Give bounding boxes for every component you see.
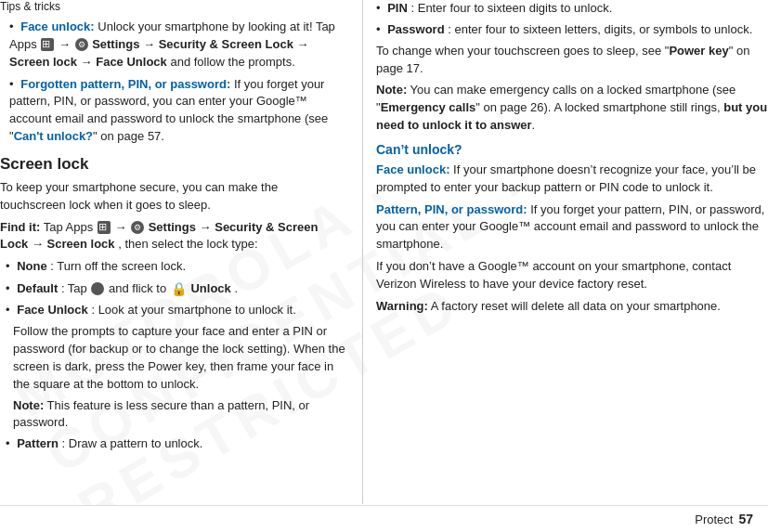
unlock-label: Unlock: [190, 281, 230, 295]
tap-icon: [91, 282, 104, 295]
face-unlock-note: Note: This feature is less secure than a…: [13, 397, 345, 433]
warning-block: Warning: A factory reset will delete all…: [376, 298, 768, 316]
warning-text: A factory reset will delete all data on …: [431, 299, 721, 313]
emergency-calls-link: Emergency calls: [381, 100, 476, 114]
face-unlock-label: Face unlock:: [20, 19, 94, 33]
power-key-link: Power key: [669, 44, 728, 58]
note-period: .: [532, 118, 536, 132]
note-block-right: Note: You can make emergency calls on a …: [376, 82, 768, 135]
apps-icon: [41, 38, 54, 51]
default-text1: : Tap: [61, 281, 91, 295]
no-google-text: If you don’t have a Google™ account on y…: [376, 258, 768, 293]
default-label: Default: [17, 281, 58, 295]
tips-tricks-label: Tips & tricks: [0, 0, 60, 13]
face-unlock-sub: Follow the prompts to capture your face …: [13, 323, 345, 393]
pin-bullet: PIN : Enter four to sixteen digits to un…: [376, 0, 768, 18]
forgotten-label: Forgotten pattern, PIN, or password:: [20, 77, 230, 91]
pin-text: : Enter four to sixteen digits to unlock…: [410, 1, 612, 15]
warning-label: Warning:: [376, 299, 428, 313]
default-flick: and flick to: [109, 281, 170, 295]
pattern-bullet: Pattern : Draw a pattern to unlock.: [6, 435, 345, 453]
find-it-suffix: → Screen lock: [32, 237, 115, 251]
password-bullet: Password : enter four to sixteen letters…: [376, 21, 768, 39]
settings-icon: ⚙: [75, 38, 88, 51]
screen-lock-intro: To keep your smartphone secure, you can …: [0, 179, 345, 214]
note-label-right: Note:: [376, 83, 407, 97]
arrow2: →: [114, 220, 130, 234]
pattern-text: : Draw a pattern to unlock.: [62, 436, 203, 450]
face-unlock-note-label: Note:: [13, 398, 44, 412]
lock-icon: 🔒: [171, 279, 187, 298]
change-when-prefix: To change when your touchscreen goes to …: [376, 44, 669, 58]
page-ref: " on page 57.: [93, 129, 164, 143]
settings-icon-2: ⚙: [131, 221, 144, 234]
pattern-section-label: Pattern, PIN, or password:: [376, 202, 527, 216]
arrow1: →: [59, 37, 74, 51]
default-period: .: [234, 281, 238, 295]
face-unlock-note-text: This feature is less secure than a patte…: [13, 398, 309, 430]
find-it-tap: Tap Apps: [44, 220, 97, 234]
pin-label: PIN: [387, 1, 408, 15]
face-unlock-section: Face unlock: If your smartphone doesn’t …: [376, 162, 768, 197]
password-label: Password: [387, 22, 444, 36]
face-unlock-bullet: Face unlock: Unlock your smartphone by l…: [9, 19, 345, 71]
footer-label: Protect: [695, 513, 733, 526]
cant-unlock-ref: Can't unlock?: [14, 129, 93, 143]
left-column: Tips & tricks Face unlock: Unlock your s…: [0, 0, 362, 504]
pattern-section: Pattern, PIN, or password: If you forget…: [376, 201, 768, 254]
apps-icon-2: [98, 221, 111, 234]
tips-tricks-heading: Tips & tricks: [0, 0, 345, 13]
default-bullet: Default : Tap and flick to 🔒 Unlock .: [6, 279, 345, 298]
face-unlock-type-bullet: Face Unlock : Look at your smartphone to…: [6, 302, 345, 319]
face-unlock-type-label: Face Unlock: [17, 303, 88, 317]
none-bullet: None : Turn off the screen lock.: [6, 258, 345, 276]
screen-lock-heading: Screen lock: [0, 155, 345, 174]
none-text: : Turn off the screen lock.: [50, 259, 186, 273]
note-text2: " on page 26). A locked smartphone still…: [475, 100, 723, 114]
footer-bar: Protect 57: [0, 505, 768, 532]
right-column: PIN : Enter four to sixteen digits to un…: [363, 0, 768, 504]
find-it-line: Find it: Tap Apps → ⚙ Settings → Securit…: [0, 219, 345, 254]
pattern-label: Pattern: [17, 436, 59, 450]
find-it-end: , then select the lock type:: [118, 237, 257, 251]
face-unlock-follow: and follow the prompts.: [170, 55, 294, 69]
forgotten-bullet: Forgotten pattern, PIN, or password: If …: [9, 76, 345, 146]
cant-unlock-heading: Can’t unlock?: [376, 142, 768, 157]
change-when-text: To change when your touchscreen goes to …: [376, 43, 768, 78]
footer-page-number: 57: [738, 512, 753, 526]
face-unlock-section-label: Face unlock:: [376, 162, 449, 176]
none-label: None: [17, 259, 47, 273]
password-text: : enter four to sixteen letters, digits,…: [448, 22, 752, 36]
find-it-label: Find it:: [0, 220, 40, 234]
face-unlock-type-text: : Look at your smartphone to unlock it.: [91, 303, 295, 317]
